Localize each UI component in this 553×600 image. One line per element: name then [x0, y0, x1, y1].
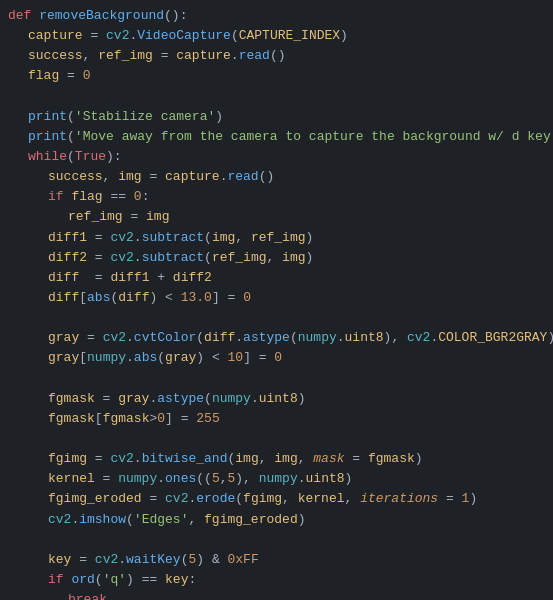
code-line-24: key = cv2.waitKey(5) & 0xFF: [0, 550, 553, 570]
code-line-1: def removeBackground():: [0, 6, 553, 26]
code-line-blank2: [0, 369, 553, 389]
code-line-21: kernel = numpy.ones((5,5), numpy.uint8): [0, 469, 553, 489]
code-line-14: diff = diff1 + diff2: [0, 268, 553, 288]
code-line-4: flag = 0: [0, 66, 553, 86]
function-name: removeBackground: [39, 6, 164, 26]
code-line-blank1: [0, 308, 553, 328]
code-line-13: diff2 = cv2.subtract(ref_img, img): [0, 248, 553, 268]
code-line-26: break: [0, 590, 553, 600]
code-line-18: fgmask = gray.astype(numpy.uint8): [0, 389, 553, 409]
code-line-23: cv2.imshow('Edges', fgimg_eroded): [0, 510, 553, 530]
code-line-11: ref_img = img: [0, 207, 553, 227]
code-line-5: [0, 87, 553, 107]
code-line-25: if ord('q') == key:: [0, 570, 553, 590]
code-line-9: success, img = capture.read(): [0, 167, 553, 187]
code-line-3: success, ref_img = capture.read(): [0, 46, 553, 66]
code-line-blank4: [0, 530, 553, 550]
code-line-15: diff[abs(diff) < 13.0] = 0: [0, 288, 553, 308]
code-line-16: gray = cv2.cvtColor(diff.astype(numpy.ui…: [0, 328, 553, 348]
code-editor: def removeBackground(): capture = cv2.Vi…: [0, 0, 553, 600]
code-line-22: fgimg_eroded = cv2.erode(fgimg, kernel, …: [0, 489, 553, 509]
code-line-blank3: [0, 429, 553, 449]
code-line-8: while(True):: [0, 147, 553, 167]
code-line-20: fgimg = cv2.bitwise_and(img, img, mask =…: [0, 449, 553, 469]
code-line-19: fgmask[fgmask>0] = 255: [0, 409, 553, 429]
code-line-2: capture = cv2.VideoCapture(CAPTURE_INDEX…: [0, 26, 553, 46]
code-line-17: gray[numpy.abs(gray) < 10] = 0: [0, 348, 553, 368]
code-line-6: print('Stabilize camera'): [0, 107, 553, 127]
keyword-def: def: [8, 6, 39, 26]
code-line-12: diff1 = cv2.subtract(img, ref_img): [0, 228, 553, 248]
code-line-10: if flag == 0:: [0, 187, 553, 207]
code-line-7: print('Move away from the camera to capt…: [0, 127, 553, 147]
